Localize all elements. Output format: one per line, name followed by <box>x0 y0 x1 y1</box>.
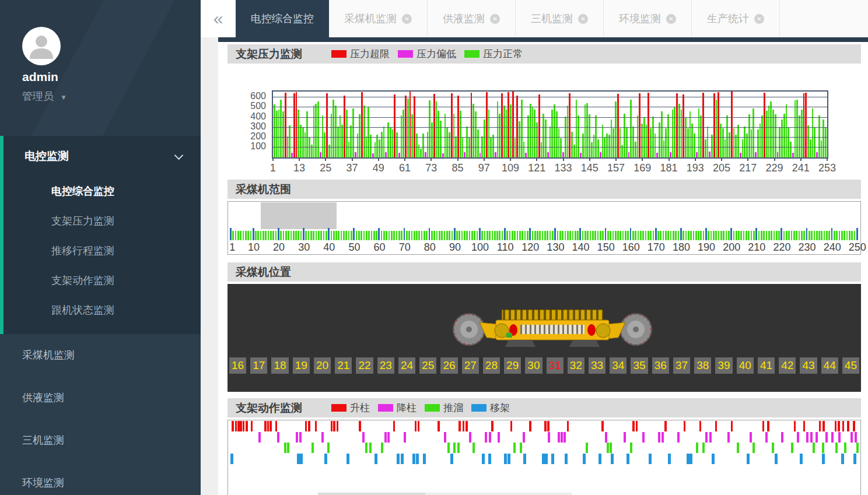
support-number-45[interactable]: 45 <box>842 357 859 374</box>
support-number-35[interactable]: 35 <box>631 357 648 374</box>
support-number-19[interactable]: 19 <box>293 357 310 374</box>
range-tick <box>466 231 468 240</box>
range-tick <box>414 231 415 240</box>
action-tick <box>838 432 841 443</box>
tab-2[interactable]: 采煤机监测✕ <box>329 0 428 37</box>
range-tick <box>642 231 644 240</box>
support-number-26[interactable]: 26 <box>440 357 457 374</box>
legend-label: 移架 <box>490 401 510 415</box>
action-tick <box>504 454 507 464</box>
action-tick <box>705 432 708 443</box>
pressure-bar <box>729 132 730 157</box>
pressure-bar <box>449 132 450 157</box>
horizontal-scrollbar-thumb[interactable] <box>318 493 425 495</box>
tab-5[interactable]: 环境监测✕ <box>604 0 692 37</box>
support-number-20[interactable]: 20 <box>314 357 331 374</box>
range-tick <box>318 231 320 240</box>
sidebar-subitem-4[interactable]: 支架动作监测 <box>4 266 201 296</box>
tab-1[interactable]: 电控综合监控 <box>236 0 329 37</box>
support-number-30[interactable]: 30 <box>525 357 542 374</box>
pressure-bar <box>602 125 604 158</box>
pressure-bar <box>584 104 586 157</box>
support-number-27[interactable]: 27 <box>462 357 479 374</box>
tab-close-icon[interactable]: ✕ <box>754 14 764 24</box>
support-number-43[interactable]: 43 <box>800 357 817 374</box>
x-tick-label: 253 <box>818 162 836 174</box>
avatar[interactable] <box>22 27 61 65</box>
tab-label: 采煤机监测 <box>344 0 397 37</box>
pressure-bar <box>436 101 438 157</box>
range-highlight <box>261 202 337 229</box>
legend-label: 降柱 <box>397 401 416 415</box>
sidebar-subitem-1[interactable]: 电控综合监控 <box>4 177 201 206</box>
support-number-18[interactable]: 18 <box>271 357 288 374</box>
pressure-bar <box>615 101 617 157</box>
pressure-bar <box>512 92 514 157</box>
range-tick <box>373 231 375 240</box>
pressure-bar <box>698 108 700 157</box>
range-tick <box>572 231 574 240</box>
support-number-23[interactable]: 23 <box>377 357 394 374</box>
action-tick <box>264 421 267 431</box>
support-number-38[interactable]: 38 <box>694 357 711 374</box>
pressure-bar <box>359 114 360 157</box>
tab-6[interactable]: 生产统计✕ <box>692 0 780 37</box>
pressure-bar <box>480 153 481 157</box>
support-number-36[interactable]: 36 <box>652 357 669 374</box>
sidebar-subitem-2[interactable]: 支架压力监测 <box>4 206 201 236</box>
support-number-39[interactable]: 39 <box>715 357 732 374</box>
sidebar-submenu: 电控综合监控支架压力监测推移行程监测支架动作监测跟机状态监测 <box>4 177 201 325</box>
sidebar-item-3[interactable]: 三机监测 <box>0 419 201 462</box>
collapse-sidebar-button[interactable]: « <box>201 0 236 37</box>
action-tick <box>463 421 465 431</box>
tab-3[interactable]: 供液监测✕ <box>428 0 516 37</box>
support-number-44[interactable]: 44 <box>821 357 838 374</box>
action-tick <box>819 421 821 431</box>
sidebar-item-1[interactable]: 采煤机监测 <box>0 334 201 377</box>
support-number-21[interactable]: 21 <box>335 357 352 374</box>
support-number-29[interactable]: 29 <box>504 357 521 374</box>
range-tick <box>557 231 559 240</box>
support-number-31[interactable]: 31 <box>547 357 564 374</box>
action-tick <box>564 432 566 443</box>
action-tick <box>715 421 718 431</box>
action-tick <box>438 421 440 431</box>
sidebar-item-2[interactable]: 供液监测 <box>0 377 201 419</box>
tab-close-icon[interactable]: ✕ <box>490 14 500 24</box>
tab-close-icon[interactable]: ✕ <box>578 14 588 24</box>
support-number-32[interactable]: 32 <box>568 357 584 374</box>
support-number-28[interactable]: 28 <box>483 357 500 374</box>
range-major-tick <box>730 228 732 240</box>
support-number-17[interactable]: 17 <box>250 357 267 374</box>
support-number-40[interactable]: 40 <box>737 357 754 374</box>
tab-4[interactable]: 三机监测✕ <box>516 0 604 37</box>
pressure-bar <box>724 139 726 157</box>
tab-close-icon[interactable]: ✕ <box>666 14 676 24</box>
sidebar-subitem-5[interactable]: 跟机状态监测 <box>4 296 201 325</box>
range-tick <box>477 231 478 240</box>
x-tick <box>299 157 300 161</box>
range-tick <box>700 231 702 240</box>
role-dropdown[interactable]: 管理员 ▼ <box>22 89 67 103</box>
pressure-bar <box>503 106 505 157</box>
action-tick <box>418 421 420 431</box>
sidebar-item-4[interactable]: 环境监测 <box>0 462 201 495</box>
support-number-41[interactable]: 41 <box>758 357 775 374</box>
range-tick <box>622 231 624 240</box>
pressure-bar <box>744 127 746 157</box>
support-number-37[interactable]: 37 <box>673 357 690 374</box>
action-tick <box>841 454 844 464</box>
x-tick-label: 157 <box>607 162 625 174</box>
range-tick <box>313 231 314 240</box>
support-number-34[interactable]: 34 <box>610 357 626 374</box>
sidebar-subitem-3[interactable]: 推移行程监测 <box>4 236 201 266</box>
support-number-16[interactable]: 16 <box>229 357 246 374</box>
support-number-22[interactable]: 22 <box>356 357 373 374</box>
sidebar-item-power-monitoring[interactable]: 电控监测 <box>4 136 201 177</box>
support-number-33[interactable]: 33 <box>589 357 606 374</box>
tab-close-icon[interactable]: ✕ <box>402 14 412 24</box>
support-number-25[interactable]: 25 <box>419 357 436 374</box>
position-box: 1617181920212223242526272829303132333435… <box>228 284 861 392</box>
support-number-24[interactable]: 24 <box>398 357 415 374</box>
support-number-42[interactable]: 42 <box>779 357 796 374</box>
